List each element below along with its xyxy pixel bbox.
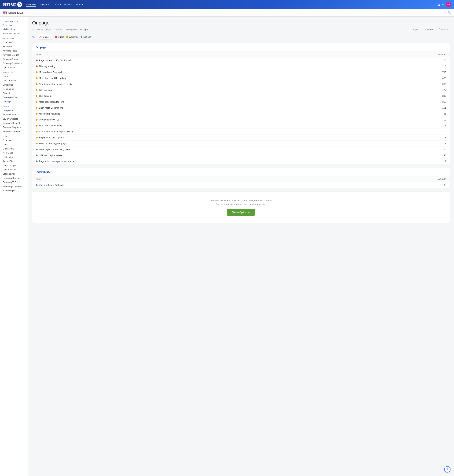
warning-dot — [36, 101, 38, 103]
table-row[interactable]: Missing Meta Descriptions 793 — [32, 69, 450, 75]
sidebar-item-hostnames[interactable]: Hostnames — [0, 87, 28, 91]
sidebar-item-anchor-texts[interactable]: Anchor Texts — [0, 159, 28, 163]
sidebar-item-referring-countries[interactable]: Referring Countries — [0, 184, 28, 189]
sidebar-item-keyword-groups[interactable]: Keyword Groups — [0, 53, 28, 57]
nav-content[interactable]: Content — [53, 2, 61, 7]
sidebar-item-overview[interactable]: Overview — [0, 23, 28, 27]
breadcrumb-sep-2: › — [63, 28, 63, 31]
sidebar-item-competitors[interactable]: Competitors — [0, 108, 28, 113]
logo[interactable]: SISTRIX Q — [3, 2, 22, 7]
col-name-header: Name — [32, 51, 348, 57]
search-input[interactable] — [8, 11, 442, 14]
warning-dot — [36, 77, 38, 79]
table-row[interactable]: More than one title tag 16 — [32, 123, 450, 129]
table-row[interactable]: Alt attribute of an image is missing 4 — [32, 129, 450, 135]
table-row[interactable]: URL with capital letters 44 — [32, 152, 450, 158]
indexability-section-title: Indexability — [32, 168, 450, 176]
sidebar-item-links-overview[interactable]: Overview — [0, 138, 28, 143]
table-row[interactable]: Missing H1 headings 86 — [32, 111, 450, 117]
optimizer-button[interactable]: To the Optimizer — [227, 209, 255, 216]
help-button[interactable]: ? — [444, 466, 451, 473]
sidebar: LONDON.GOV.UK Overview Visibility Index … — [0, 17, 28, 476]
sidebar-item-visibility-index[interactable]: Visibility Index — [0, 27, 28, 31]
row-label: More than one H1 heading — [39, 77, 66, 79]
table-row[interactable]: Use of rel=next / rel=prev 32 — [32, 182, 450, 188]
sidebar-section-serps: SERPS — [0, 104, 28, 108]
filter-dropdown-label: All topics — [39, 36, 49, 38]
sidebar-item-opportunities-links[interactable]: Opportunities — [0, 168, 28, 172]
sidebar-item-countries[interactable]: Countries — [0, 91, 28, 95]
sidebar-item-core-web-vitals[interactable]: Core Web Vitals — [0, 95, 28, 99]
manual-button[interactable]: 📄 Manual — [436, 27, 450, 31]
row-label: URL with capital letters — [39, 154, 62, 157]
sidebar-item-keyword-ideas[interactable]: Keyword Ideas — [0, 49, 28, 53]
sidebar-item-urls[interactable]: URLs — [0, 74, 28, 79]
nav-domains[interactable]: Domains — [26, 2, 36, 7]
avatar[interactable]: SP — [446, 2, 451, 7]
export-icon: ⬇ — [410, 28, 412, 31]
sidebar-item-directories[interactable]: Directories — [0, 83, 28, 87]
filter-notices[interactable]: Notices — [81, 36, 91, 38]
breadcrumb-current: Onpage — [80, 28, 88, 31]
filter-warnings[interactable]: Warnings — [66, 36, 78, 38]
sidebar-item-keywords[interactable]: Keywords — [0, 45, 28, 49]
sidebar-item-search-intent[interactable]: Search Intent — [0, 113, 28, 117]
grid-icon[interactable]: ⊞ — [438, 3, 440, 6]
sidebar-item-ranking-distribution[interactable]: Ranking Distribution — [0, 61, 28, 66]
sidebar-domain-label: LONDON.GOV.UK — [0, 19, 28, 23]
sidebar-item-opportunities-kw[interactable]: Opportunities — [0, 66, 28, 70]
export-button[interactable]: ⬇ Export — [409, 27, 421, 31]
table-row[interactable]: Title tag missing 13 — [32, 63, 450, 69]
sidebar-item-onpage[interactable]: Onpage — [0, 99, 28, 104]
table-row[interactable]: More than one H1 heading 685 — [32, 75, 450, 81]
table-row[interactable]: Meta keywords are being used 120 — [32, 146, 450, 152]
breadcrumb-sistrix[interactable]: SISTRIX for Google — [32, 28, 51, 31]
table-row[interactable]: Alt attribute of an image is empty 569 — [32, 81, 450, 87]
warning-dot — [36, 125, 38, 127]
sidebar-item-referring-domains[interactable]: Referring Domains — [0, 176, 28, 180]
table-row[interactable]: Page not found: 404 Not Found 106 — [32, 57, 450, 63]
nav-more[interactable]: More ▾ — [76, 2, 83, 7]
notice-dot — [36, 184, 38, 186]
sidebar-item-traffic-estimation[interactable]: Traffic Estimation — [0, 31, 28, 36]
sidebar-item-serp-snippets[interactable]: SERP-Snippets — [0, 117, 28, 121]
table-row[interactable]: Page with Lorem-Ipsum placeholder 2 — [32, 158, 450, 164]
sidebar-item-technologies[interactable]: Technologies — [0, 189, 28, 193]
sidebar-item-broken-links[interactable]: Broken Links — [0, 172, 28, 176]
search-icon[interactable]: 🔍 — [448, 11, 451, 15]
row-amount: 44 — [348, 152, 450, 158]
sidebar-item-keywords-overview[interactable]: Overview — [0, 40, 28, 45]
sidebar-item-lost-links[interactable]: Lost Links — [0, 155, 28, 159]
sidebar-item-serp-environment[interactable]: SERP Environment — [0, 129, 28, 134]
share-button[interactable]: ↗ Share — [423, 27, 434, 31]
warning-dot — [36, 107, 38, 109]
table-row[interactable]: Thin content 397 — [32, 93, 450, 99]
nav-projects[interactable]: Projects — [64, 2, 73, 7]
warning-dot — [36, 137, 38, 138]
breadcrumb-domain[interactable]: london.gov.uk — [64, 28, 77, 31]
filter-search-icon: 🔍 — [32, 36, 35, 38]
star-icon[interactable]: ☆ — [444, 11, 446, 14]
user-st[interactable]: St — [442, 3, 444, 6]
sidebar-item-compare-snippet[interactable]: Compare Snippet — [0, 121, 28, 125]
breadcrumb-domains[interactable]: Domains — [53, 28, 62, 31]
sidebar-section-structure: STRUCTURE — [0, 70, 28, 74]
filter-dropdown[interactable]: All topics ▾ — [37, 34, 53, 40]
table-row[interactable]: Empty Meta Descriptions 3 — [32, 135, 450, 141]
sidebar-item-url-changes[interactable]: URL Changes — [0, 79, 28, 83]
table-row[interactable]: Title too long 427 — [32, 87, 450, 93]
sidebar-item-links[interactable]: Links — [0, 143, 28, 147]
table-row[interactable]: Short Meta Descriptions 161 — [32, 105, 450, 111]
sidebar-section-links: LINKS — [0, 134, 28, 138]
filter-errors[interactable]: Errors — [55, 36, 64, 38]
sidebar-item-referring-tlds[interactable]: Referring TLDs — [0, 180, 28, 184]
sidebar-item-featured-snippets[interactable]: Featured Snippets — [0, 125, 28, 129]
table-row[interactable]: Meta description too long 358 — [32, 99, 450, 105]
table-row[interactable]: Very dynamic URLs 18 — [32, 117, 450, 123]
sidebar-item-new-links[interactable]: New Links — [0, 151, 28, 155]
sidebar-item-ranking-changes[interactable]: Ranking Changes — [0, 57, 28, 61]
table-row[interactable]: Form on unencrypted page 3 — [32, 141, 450, 146]
sidebar-item-link-history[interactable]: Link History — [0, 147, 28, 151]
nav-keywords[interactable]: Keywords — [39, 2, 49, 7]
sidebar-item-linked-pages[interactable]: Linked Pages — [0, 163, 28, 168]
